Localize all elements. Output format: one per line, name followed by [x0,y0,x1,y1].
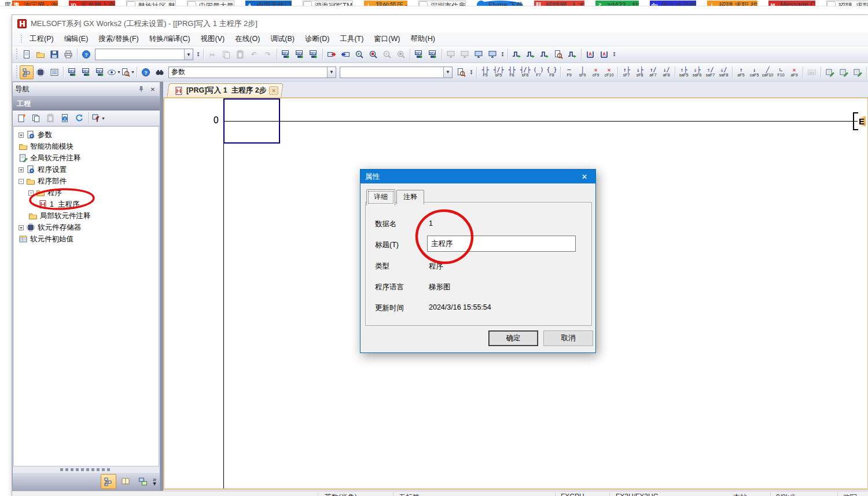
tab-close-icon[interactable]: ✕ [269,86,278,95]
ladder-symbol-button[interactable]: ↓├ sF8 [633,64,646,80]
verify-stop-button[interactable] [394,47,408,61]
inline-st-button[interactable] [805,65,819,79]
scale-red-button[interactable] [583,47,597,61]
verify-button[interactable] [380,47,394,61]
menu-item[interactable]: 视图(V) [196,32,230,46]
bookmark-item[interactable]: 澄海冠军TM [303,1,353,6]
list-view-button[interactable] [47,65,61,79]
tree-expander[interactable]: - [19,179,24,184]
view-project-button[interactable] [101,474,116,489]
tree-item[interactable]: 智能功能模块 [14,141,159,152]
watch-start-button[interactable] [510,47,524,61]
toolbar-overflow-button[interactable]: ▾▾ [499,48,506,61]
tree-item[interactable]: + 软元件存储器 [14,222,159,233]
ladder-symbol-button[interactable]: │ sF9 [576,64,589,80]
ladder-symbol-button[interactable]: ┤├ F6 [505,64,518,80]
printer-button[interactable] [61,47,75,61]
tree-item[interactable]: + 参数 [14,129,159,141]
menu-item[interactable]: 诊断(D) [300,32,334,46]
device-find-button[interactable] [65,65,79,79]
toolbar-combobox[interactable]: ▼ [95,49,193,60]
bookmark-item[interactable]: j 招聘,求职,找 [707,1,757,6]
toolbar-combobox[interactable]: 参数 ▼ [168,67,336,78]
device-table-button[interactable] [79,65,93,79]
screen-button[interactable] [486,47,499,61]
menu-item[interactable]: 窗口(W) [369,32,405,46]
watch-pulse-button[interactable] [538,47,551,61]
device-batch-button[interactable] [93,65,107,79]
cross-reference-button[interactable]: ▼ [121,65,135,79]
bookmark-item[interactable]: du 图文并茂教 [650,1,696,6]
close-icon[interactable]: ✕ [148,85,157,94]
menu-item[interactable]: 工具(T) [334,32,369,46]
ladder-symbol-button[interactable]: ✕ cF10 [602,64,616,80]
ladder-symbol-button[interactable]: ╱ caF10 [761,64,774,80]
tree-item[interactable]: 局部软元件注释 [14,210,159,222]
device-table-button[interactable] [293,47,307,61]
combobox-arrow-icon[interactable]: ▼ [184,49,193,60]
bookmark-item[interactable]: 深圳市住房 [418,1,466,6]
dialog-tab[interactable]: 详细 [366,189,395,205]
bookmark-item[interactable]: Flyme 下载 [477,1,523,6]
edit-ladder-c-button[interactable] [851,65,865,79]
module-chip-button[interactable] [34,65,47,79]
remote-run-button[interactable] [444,47,458,61]
ladder-symbol-button[interactable]: ↑├ sF7 [620,64,633,80]
device-batch-button[interactable] [307,47,321,61]
ladder-symbol-button[interactable]: ─ F9 [562,64,576,80]
panel-splitter[interactable] [13,466,160,473]
watch-go-button[interactable] [565,47,579,61]
help-circle-button[interactable] [79,47,93,61]
paste-data-button[interactable] [43,111,57,125]
view-library-button[interactable] [118,474,134,489]
toolbar-overflow-button[interactable]: ▾▾ [611,48,617,61]
document-tab[interactable]: [PRG]写入 1 主程序 2步 ✕ [167,83,284,97]
open-folder-button[interactable] [34,47,47,61]
tree-item[interactable]: 全局软元件注释 [14,152,159,164]
ladder-symbol-button[interactable]: ⇑├ saF5 [677,64,690,80]
ladder-symbol-button[interactable]: ↑/ aF7 [646,64,660,80]
new-page-button[interactable] [20,47,34,61]
toolbar-overflow-button[interactable]: ▾▾ [195,48,201,61]
bookmark-item[interactable]: 淘 淘宝网 - 淘 [12,1,58,6]
dialog-button[interactable]: 确定 [488,330,538,346]
bookmark-item[interactable]: Z zd423 - 软 [595,1,639,6]
tree-item[interactable]: + 程序设置 [14,164,159,175]
page-mag-button[interactable] [454,65,468,79]
bookmark-item[interactable]: 招聘_求职 [826,1,868,6]
watch-find-button[interactable] [551,47,565,61]
toolbar-overflow-button[interactable]: ▾▾ [468,66,475,79]
scale-green-button[interactable] [597,47,611,61]
ladder-symbol-button[interactable]: ⇑/ saF7 [704,64,717,80]
bookmark-item[interactable]: M Message C [768,1,815,6]
monitor-start-button[interactable] [352,47,366,61]
menu-item[interactable]: 调试(B) [265,32,300,46]
device-display-on-button[interactable] [412,47,426,61]
bookmark-item[interactable]: 中国最大最 [187,1,234,6]
remote-pause-button[interactable] [472,47,486,61]
dialog-close-icon[interactable]: ✕ [573,170,595,183]
copy-button[interactable] [219,47,233,61]
tree-expander[interactable]: + [19,133,24,138]
filter-sort-button[interactable]: ▼ [91,111,105,125]
expand-views-button[interactable]: »▾ [153,477,156,486]
plc-write-button[interactable] [325,47,339,61]
ladder-cursor[interactable] [223,98,280,144]
dialog-button[interactable]: 取消 [543,330,593,346]
monitor-stop-button[interactable] [366,47,380,61]
help-circle-button[interactable] [139,65,153,79]
tree-item[interactable]: - 程序部件 [14,175,159,187]
pin-icon[interactable] [137,85,146,94]
dialog-tab[interactable]: 注释 [396,190,424,204]
ladder-symbol-button[interactable]: ∟ F10 [774,64,788,80]
ladder-symbol-button[interactable]: ↓/ aF8 [660,64,673,80]
tree-item[interactable]: 软元件初始值 [14,233,159,245]
watch-register-button[interactable] [524,47,538,61]
scissors-button[interactable] [205,47,219,61]
menu-item[interactable]: 帮助(H) [405,32,440,46]
combobox-arrow-icon[interactable]: ▼ [443,67,452,78]
bookmark-item[interactable]: j 我的简历 - [364,1,407,6]
tree-item[interactable]: 1 主程序 [14,199,159,210]
ladder-symbol-button[interactable]: { } F8 [545,64,558,80]
dialog-titlebar[interactable]: 属性 ✕ [361,170,595,183]
